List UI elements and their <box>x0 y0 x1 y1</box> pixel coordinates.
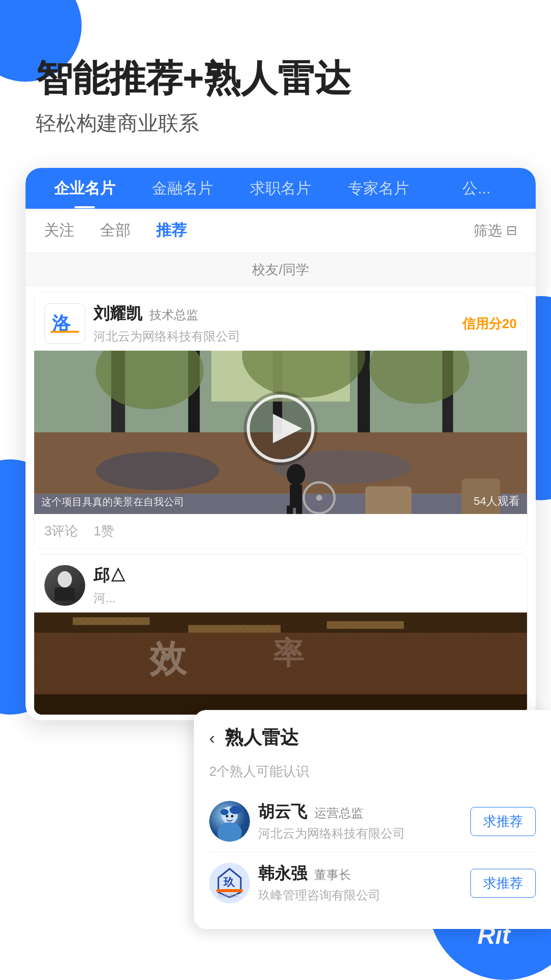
svg-point-14 <box>287 464 305 485</box>
svg-rect-17 <box>296 506 302 514</box>
radar-job-1: 运营总监 <box>314 806 363 820</box>
post-company-1: 河北云为网络科技有限公司 <box>93 328 462 345</box>
tab-expert[interactable]: 专家名片 <box>330 173 428 204</box>
radar-name-row-1: 胡云飞 运营总监 <box>258 801 470 823</box>
post-video-2: 效 率 <box>34 612 527 715</box>
radar-name-row-2: 韩永强 董事长 <box>258 863 470 885</box>
recommend-button-2[interactable]: 求推荐 <box>470 869 536 898</box>
radar-job-2: 董事长 <box>314 868 351 881</box>
section-label: 校友/同学 <box>26 253 536 287</box>
svg-rect-15 <box>290 485 302 508</box>
radar-company-2: 玖峰管理咨询有限公司 <box>258 887 470 903</box>
main-app-card: 企业名片 金融名片 求职名片 专家名片 公... 关注 全部 推荐 筛选 ⊟ 校… <box>26 168 536 720</box>
svg-point-45 <box>231 815 234 818</box>
sub-nav-recommend[interactable]: 推荐 <box>156 220 187 241</box>
video-views-1: 54人观看 <box>474 494 520 509</box>
post-card-1: 洛 刘耀凯 技术总监 河北云为网络科技有限公司 信用分20 <box>34 292 528 549</box>
radar-company-1: 河北云为网络科技有限公司 <box>258 825 470 842</box>
radar-person-2: 玖 玖峰资本 韩永强 董事长 玖峰管理咨询有限公司 求推荐 <box>209 852 536 914</box>
avatar-circle-person-2: 玖 玖峰资本 <box>209 863 250 903</box>
post-title-tag-1: 技术总监 <box>149 308 198 322</box>
post-avatar-2 <box>44 565 85 606</box>
svg-point-12 <box>96 452 219 490</box>
post-header-1: 洛 刘耀凯 技术总监 河北云为网络科技有限公司 信用分20 <box>34 292 527 351</box>
svg-rect-20 <box>365 486 412 514</box>
filter-button[interactable]: 筛选 ⊟ <box>473 221 517 240</box>
tab-job[interactable]: 求职名片 <box>232 173 330 204</box>
svg-text:洛: 洛 <box>52 313 71 334</box>
post-user-info-1: 刘耀凯 技术总监 河北云为网络科技有限公司 <box>85 303 462 345</box>
svg-rect-30 <box>55 587 75 601</box>
radar-person-1: 胡云飞 运营总监 河北云为网络科技有限公司 求推荐 <box>209 791 536 852</box>
post-username-row-1: 刘耀凯 技术总监 <box>93 303 462 325</box>
tab-finance[interactable]: 金融名片 <box>134 173 232 204</box>
radar-person-info-2: 韩永强 董事长 玖峰管理咨询有限公司 <box>250 863 470 903</box>
svg-text:玖峰资本: 玖峰资本 <box>218 893 239 898</box>
credit-score-1: 信用分20 <box>462 315 517 333</box>
header-subtitle: 轻松构建商业联系 <box>36 109 520 137</box>
post-video-1[interactable]: 这个项目具真的美景在自我公司 54人观看 <box>34 351 527 514</box>
svg-rect-2 <box>51 331 79 333</box>
svg-text:玖: 玖 <box>223 876 235 889</box>
radar-avatar-1 <box>209 801 250 842</box>
post-comments-1: 3评论 <box>44 522 78 540</box>
post-avatar-1: 洛 <box>44 303 85 344</box>
sub-nav-all[interactable]: 全部 <box>100 220 131 241</box>
avatar-circle-person-1 <box>209 801 250 842</box>
radar-subtitle: 2个熟人可能认识 <box>209 763 536 780</box>
post-header-2: 邱△ 河... <box>34 554 527 612</box>
filter-icon: ⊟ <box>506 223 517 238</box>
radar-back-button[interactable]: ‹ <box>209 728 215 748</box>
sub-nav: 关注 全部 推荐 筛选 ⊟ <box>26 209 536 253</box>
tab-enterprise[interactable]: 企业名片 <box>36 173 134 204</box>
post-company-2: 河... <box>93 590 517 606</box>
svg-point-44 <box>226 815 229 818</box>
avatar-inner-2 <box>44 565 85 606</box>
header-section: 智能推荐+熟人雷达 轻松构建商业联系 <box>0 0 551 158</box>
svg-point-29 <box>58 571 72 587</box>
tab-more[interactable]: 公... <box>428 173 525 204</box>
radar-person-info-1: 胡云飞 运营总监 河北云为网络科技有限公司 <box>250 801 470 842</box>
radar-title: 熟人雷达 <box>225 725 298 750</box>
post-card-2: 邱△ 河... 效 率 <box>34 554 528 715</box>
header-title: 智能推荐+熟人雷达 <box>36 56 520 100</box>
svg-point-43 <box>230 806 242 814</box>
post-footer-1: 3评论 1赞 <box>34 514 527 548</box>
post-username-2: 邱△ <box>93 566 126 584</box>
radar-name-1: 胡云飞 <box>258 802 307 821</box>
radar-header: ‹ 熟人雷达 <box>209 725 536 750</box>
post-user-info-2: 邱△ 河... <box>85 565 517 606</box>
video-caption-1: 这个项目具真的美景在自我公司 <box>41 495 184 509</box>
svg-rect-50 <box>216 889 243 892</box>
radar-panel: ‹ 熟人雷达 2个熟人可能认识 <box>194 710 551 929</box>
filter-label: 筛选 <box>473 221 502 240</box>
video-overlay-2 <box>34 612 527 715</box>
post-username-1: 刘耀凯 <box>93 304 142 323</box>
post-likes-1: 1赞 <box>93 522 114 540</box>
svg-point-19 <box>316 495 322 501</box>
radar-avatar-2: 玖 玖峰资本 <box>209 863 250 903</box>
video-background-1: 这个项目具真的美景在自我公司 54人观看 <box>34 351 527 514</box>
tabs-bar: 企业名片 金融名片 求职名片 专家名片 公... <box>26 168 536 209</box>
svg-point-42 <box>220 809 229 815</box>
sub-nav-follow[interactable]: 关注 <box>44 220 74 241</box>
recommend-button-1[interactable]: 求推荐 <box>470 807 536 836</box>
svg-rect-16 <box>287 506 293 514</box>
radar-name-2: 韩永强 <box>258 864 307 883</box>
